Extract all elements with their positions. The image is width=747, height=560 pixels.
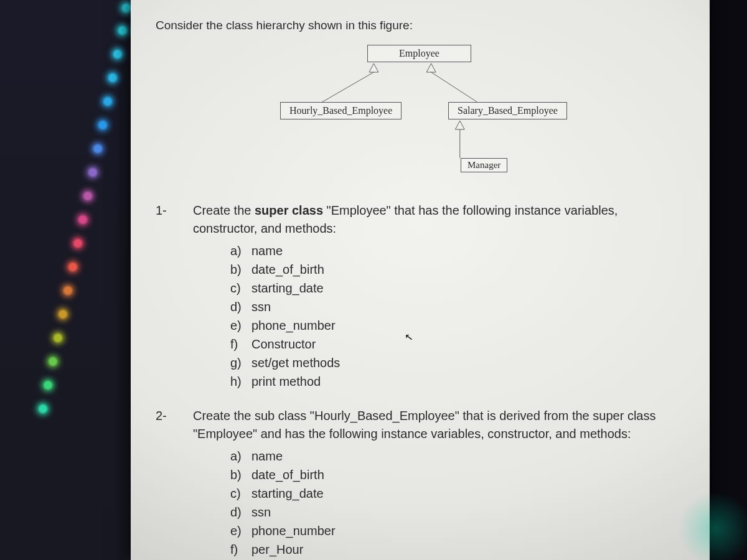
svg-line-2 — [322, 72, 374, 102]
led-light — [93, 144, 102, 153]
list-item-letter: e) — [230, 316, 251, 335]
question-2: 2-Create the sub class "Hourly_Based_Emp… — [174, 407, 672, 560]
led-light — [103, 97, 112, 106]
q1-bold: super class — [255, 203, 323, 217]
list-item-letter: c) — [230, 484, 251, 503]
intro-text: Consider the class hierarchy shown in th… — [156, 19, 672, 32]
list-item: f)per_Hour — [230, 540, 672, 559]
led-light — [118, 26, 127, 35]
list-item: h)print method — [230, 372, 672, 391]
list-item: b)date_of_birth — [230, 465, 672, 484]
node-employee: Employee — [367, 45, 471, 62]
list-item-letter: b) — [230, 465, 251, 484]
node-salary-based-employee: Salary_Based_Employee — [448, 102, 567, 119]
list-item: f)Constructor — [230, 335, 672, 353]
document-page: Consider the class hierarchy shown in th… — [131, 0, 710, 560]
list-item-text: date_of_birth — [251, 260, 324, 279]
list-item: d)ssn — [230, 503, 672, 521]
list-item-text: per_Hour — [251, 540, 303, 559]
list-item-text: set/get methods — [251, 353, 340, 372]
screen-right-edge — [710, 0, 747, 560]
svg-line-3 — [431, 72, 477, 102]
led-light — [68, 263, 77, 271]
led-light — [122, 4, 131, 12]
list-item-text: phone_number — [251, 316, 336, 335]
list-item: a)name — [230, 447, 672, 465]
class-hierarchy-diagram: Employee Hourly_Based_Employee Salary_Ba… — [156, 40, 672, 183]
list-item-text: starting_date — [251, 279, 324, 297]
list-item-text: ssn — [251, 503, 271, 521]
svg-marker-0 — [369, 63, 378, 72]
list-item: b)date_of_birth — [230, 260, 672, 279]
q2-number: 2- — [174, 407, 193, 425]
led-light — [49, 357, 57, 366]
list-item-text: ssn — [251, 297, 271, 316]
led-light — [73, 239, 82, 248]
list-item: c)starting_date — [230, 484, 672, 503]
list-item-letter: e) — [230, 521, 251, 540]
node-manager: Manager — [461, 158, 507, 172]
led-light — [54, 334, 62, 342]
list-item-letter: a) — [230, 447, 251, 465]
list-item-letter: b) — [230, 260, 251, 279]
list-item-text: name — [251, 241, 283, 260]
list-item: e)phone_number — [230, 316, 672, 335]
q1-lead: Create the — [193, 203, 255, 217]
list-item-text: print method — [251, 372, 321, 391]
list-item-letter: f) — [230, 540, 251, 559]
led-light — [63, 286, 72, 295]
q1-number: 1- — [174, 202, 193, 220]
led-light — [59, 310, 67, 319]
list-item-text: date_of_birth — [251, 465, 324, 484]
list-item-text: starting_date — [251, 484, 324, 503]
list-item: e)phone_number — [230, 521, 672, 540]
led-light — [78, 215, 87, 224]
list-item: a)name — [230, 241, 672, 260]
led-light — [98, 121, 107, 129]
list-item-letter: g) — [230, 353, 251, 372]
list-item-letter: h) — [230, 372, 251, 391]
list-item-letter: f) — [230, 335, 251, 353]
list-item-letter: d) — [230, 503, 251, 521]
led-light — [39, 404, 47, 413]
list-item-letter: d) — [230, 297, 251, 316]
list-item-text: Constructor — [251, 335, 316, 353]
led-light — [108, 73, 117, 82]
list-item: c)starting_date — [230, 279, 672, 297]
q2-text: Create the sub class "Hourly_Based_Emplo… — [193, 409, 655, 441]
list-item-letter: a) — [230, 241, 251, 260]
node-hourly-based-employee: Hourly_Based_Employee — [280, 102, 402, 119]
list-item-text: name — [251, 447, 283, 465]
led-light — [44, 381, 52, 390]
question-1: 1-Create the super class "Employee" that… — [174, 202, 672, 391]
svg-marker-1 — [426, 63, 436, 72]
led-light — [83, 192, 92, 200]
list-item: d)ssn — [230, 297, 672, 316]
list-item-letter: c) — [230, 279, 251, 297]
list-item: g)set/get methods — [230, 353, 672, 372]
svg-marker-4 — [455, 121, 464, 129]
led-light — [113, 50, 122, 58]
list-item-text: phone_number — [251, 521, 336, 540]
led-light — [88, 168, 97, 177]
led-strip — [0, 0, 137, 560]
